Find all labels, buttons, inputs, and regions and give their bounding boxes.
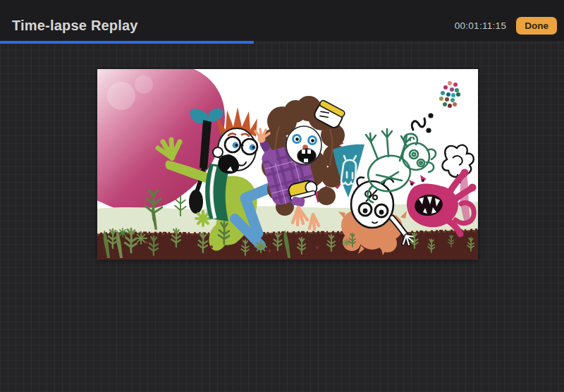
replay-canvas[interactable]	[97, 69, 478, 259]
replay-progressbar[interactable]	[0, 41, 564, 44]
done-button[interactable]: Done	[516, 17, 557, 35]
replay-progress-fill	[0, 41, 254, 44]
replay-timecode: 00:01:11:15	[455, 20, 507, 31]
replay-header: Time-lapse Replay 00:01:11:15 Done	[0, 0, 564, 41]
color-test-dots	[439, 81, 460, 108]
doodle-notes	[412, 113, 433, 133]
header-controls: 00:01:11:15 Done	[455, 17, 557, 35]
page-title: Time-lapse Replay	[12, 18, 138, 34]
artwork-illustration	[97, 69, 478, 259]
